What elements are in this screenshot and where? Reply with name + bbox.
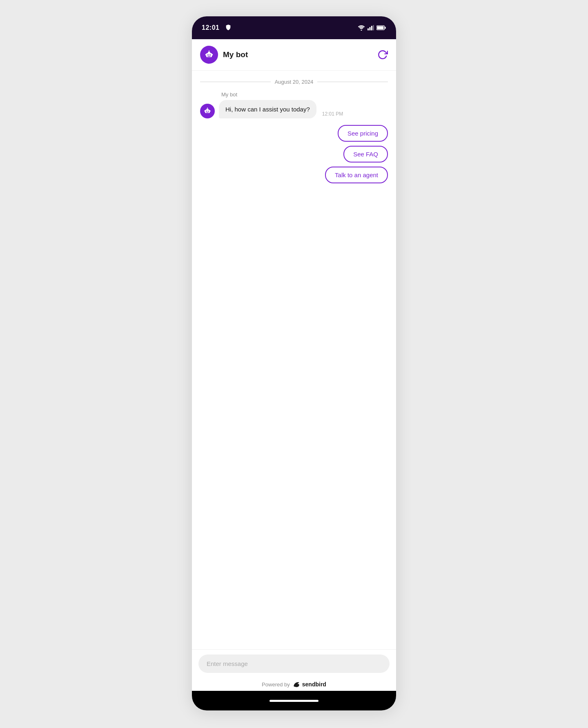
bot-name: My bot [223,50,248,59]
svg-point-19 [206,111,207,112]
svg-rect-4 [373,25,374,31]
wifi-icon [358,25,365,31]
date-line-left [200,82,271,82]
message-row: Hi, how can I assist you today? 12:01 PM [200,100,388,118]
sendbird-logo: sendbird [292,680,326,688]
shield-icon [225,24,232,32]
svg-rect-13 [205,54,206,56]
sendbird-brand-name: sendbird [302,681,326,688]
svg-point-11 [209,54,211,56]
sendbird-icon [292,680,301,688]
message-input[interactable] [198,655,390,673]
message-sender-name: My bot [221,91,388,98]
svg-point-20 [208,111,209,112]
home-bar [270,700,318,702]
header-left: My bot [200,46,248,64]
svg-rect-23 [210,110,211,111]
bot-avatar-large [200,46,218,64]
status-bar: 12:01 [192,16,396,39]
date-line-right [317,82,388,82]
svg-rect-22 [205,110,205,111]
svg-rect-3 [371,26,372,30]
chat-input-area [192,649,396,677]
svg-point-0 [361,30,362,31]
battery-icon [376,25,386,31]
date-text: August 20, 2024 [275,79,314,85]
svg-point-16 [209,51,209,51]
refresh-button[interactable] [377,49,388,60]
home-indicator [192,691,396,710]
message-block: My bot Hi, how can I assist [192,88,396,122]
svg-rect-7 [377,26,383,29]
quick-replies: See pricing See FAQ Talk to an agent [192,122,396,183]
powered-by-text: Powered by [262,681,290,688]
signal-icon [368,25,374,31]
status-time: 12:01 [202,24,219,31]
quick-reply-see-faq[interactable]: See FAQ [343,146,388,163]
phone-frame: 12:01 [192,16,396,710]
svg-rect-1 [368,29,369,31]
svg-point-10 [207,54,209,56]
quick-reply-talk-to-agent[interactable]: Talk to an agent [325,167,388,183]
date-separator: August 20, 2024 [192,71,396,88]
chat-header: My bot [192,39,396,71]
svg-rect-12 [207,56,211,57]
powered-by: Powered by sendbird [192,677,396,691]
svg-rect-2 [369,27,370,30]
bot-message-bubble: Hi, how can I assist you today? [219,100,316,118]
svg-point-25 [207,107,208,108]
svg-rect-21 [206,112,209,113]
svg-rect-14 [212,54,213,56]
bot-avatar-small [200,104,215,118]
message-time: 12:01 PM [322,111,343,117]
quick-reply-see-pricing[interactable]: See pricing [338,125,388,142]
status-icons [358,25,386,31]
chat-body: August 20, 2024 My bot [192,71,396,649]
svg-rect-6 [385,27,386,29]
